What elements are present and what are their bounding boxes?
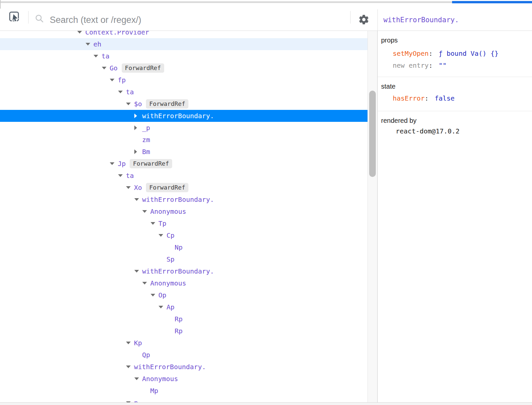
tree-node[interactable]: withErrorBoundary.	[0, 361, 367, 373]
expanded-arrow-icon[interactable]	[126, 365, 134, 368]
expanded-arrow-icon[interactable]	[159, 306, 166, 308]
tree-node[interactable]: Mp	[0, 385, 367, 397]
settings-button[interactable]	[358, 14, 369, 25]
tree-node[interactable]: eh	[0, 38, 367, 50]
expanded-arrow-icon[interactable]	[77, 31, 85, 34]
expanded-arrow-icon[interactable]	[134, 270, 142, 273]
key-value-row[interactable]: new entry:""	[378, 59, 532, 71]
horizontal-scrollbar-track[interactable]	[1, 1, 452, 3]
expanded-arrow-icon[interactable]	[126, 103, 134, 105]
expanded-arrow-icon[interactable]	[159, 234, 166, 237]
forwardref-badge: ForwardRef	[146, 99, 188, 109]
top-strip	[0, 0, 532, 9]
tree-node[interactable]: withErrorBoundary.	[0, 110, 367, 122]
tree-node[interactable]: $oForwardRef	[0, 98, 367, 110]
tree-node[interactable]: withErrorBoundary.	[0, 265, 367, 277]
tree-node[interactable]: Qp	[0, 349, 367, 361]
expanded-arrow-icon[interactable]	[110, 162, 118, 165]
component-name: Rp	[175, 313, 183, 325]
expanded-arrow-icon[interactable]	[110, 79, 118, 81]
expanded-arrow-icon[interactable]	[151, 294, 159, 296]
expanded-arrow-icon[interactable]	[102, 67, 110, 69]
expanded-arrow-icon[interactable]	[94, 55, 101, 57]
key-value[interactable]: ƒ bound Va() {}	[438, 49, 499, 57]
gear-icon	[358, 14, 369, 25]
tree-node[interactable]: ta	[0, 86, 367, 98]
tree-node[interactable]: JpForwardRef	[0, 158, 367, 170]
bottom-strip	[0, 402, 532, 405]
forwardref-badge: ForwardRef	[146, 183, 188, 192]
tree-node[interactable]: _p	[0, 122, 367, 134]
expanded-arrow-icon[interactable]	[126, 186, 134, 189]
expanded-arrow-icon[interactable]	[118, 174, 126, 177]
component-name: ta	[126, 170, 134, 182]
collapsed-arrow-icon[interactable]	[134, 125, 142, 130]
tree-node[interactable]: Anonymous	[0, 373, 367, 385]
selected-component-title: withErrorBoundary.	[383, 16, 459, 24]
props-section: props setMyOpen:ƒ bound Va() {}new entry…	[378, 31, 532, 77]
tree-node[interactable]: Kp	[0, 337, 367, 349]
tree-node[interactable]: p	[0, 397, 367, 402]
renderer-version[interactable]: react-dom@17.0.2	[378, 125, 532, 137]
tree-node[interactable]: Rp	[0, 313, 367, 325]
component-name: Jp	[118, 158, 126, 170]
state-section: state hasError:false	[378, 77, 532, 111]
tree-node[interactable]: GoForwardRef	[0, 62, 367, 74]
expanded-arrow-icon[interactable]	[134, 377, 142, 380]
component-name: Cp	[166, 229, 174, 241]
key-value-row[interactable]: hasError:false	[378, 92, 532, 104]
tree-node[interactable]: ta	[0, 170, 367, 182]
collapsed-arrow-icon[interactable]	[134, 114, 142, 118]
key-name: hasError	[393, 94, 425, 102]
vertical-scrollbar-thumb[interactable]	[369, 91, 376, 177]
search-icon	[34, 14, 44, 24]
tree-node[interactable]: withErrorBoundary.	[0, 194, 367, 205]
colon: :	[429, 61, 432, 69]
expanded-arrow-icon[interactable]	[134, 198, 142, 201]
component-name: Tp	[159, 217, 166, 229]
expanded-arrow-icon[interactable]	[118, 91, 126, 93]
props-section-label: props	[378, 36, 532, 45]
state-section-label: state	[378, 82, 532, 91]
tree-node[interactable]: Rp	[0, 325, 367, 337]
tree-node[interactable]: Ap	[0, 301, 367, 313]
tree-node[interactable]: ta	[0, 50, 367, 62]
component-name: _p	[142, 122, 150, 134]
search-input[interactable]	[50, 10, 342, 30]
component-name: Anonymous	[142, 373, 178, 385]
expanded-arrow-icon[interactable]	[126, 342, 134, 344]
tree-node[interactable]: Np	[0, 241, 367, 253]
component-name: zm	[142, 134, 150, 146]
details-header: withErrorBoundary.	[378, 9, 532, 31]
expanded-arrow-icon[interactable]	[142, 282, 150, 284]
expanded-arrow-icon[interactable]	[86, 43, 94, 45]
forwardref-badge: ForwardRef	[122, 63, 164, 73]
tree-node[interactable]: zm	[0, 134, 367, 146]
key-value-row[interactable]: setMyOpen:ƒ bound Va() {}	[378, 47, 532, 59]
rendered-by-label: rendered by	[378, 116, 532, 125]
tree-node[interactable]: Sp	[0, 253, 367, 265]
key-value[interactable]: ""	[438, 61, 446, 69]
expanded-arrow-icon[interactable]	[142, 210, 150, 213]
tree-node[interactable]: Tp	[0, 217, 367, 229]
inspect-element-button[interactable]	[9, 10, 20, 22]
tree-node[interactable]: XoForwardRef	[0, 182, 367, 194]
toolbar-divider	[28, 11, 29, 24]
tree-node[interactable]: Anonymous	[0, 277, 367, 289]
key-value[interactable]: false	[434, 94, 454, 102]
component-name: Kp	[134, 337, 142, 349]
collapsed-arrow-icon[interactable]	[134, 149, 142, 154]
tree-node[interactable]: Anonymous	[0, 205, 367, 217]
tree-node[interactable]: Op	[0, 289, 367, 301]
tree-node[interactable]: Context.Provider	[0, 31, 367, 38]
tree-node[interactable]: fp	[0, 74, 367, 86]
tree-node[interactable]: Bm	[0, 146, 367, 158]
component-name: fp	[118, 74, 126, 86]
component-name: withErrorBoundary.	[142, 194, 214, 205]
vertical-scrollbar-track[interactable]	[367, 31, 377, 402]
expanded-arrow-icon[interactable]	[151, 222, 159, 225]
tree-node[interactable]: Cp	[0, 229, 367, 241]
component-tree: Context.ProviderehtaGoForwardReffpta$oFo…	[0, 31, 367, 402]
component-name: p	[134, 397, 138, 402]
component-tree-panel: Context.ProviderehtaGoForwardReffpta$oFo…	[0, 31, 367, 402]
